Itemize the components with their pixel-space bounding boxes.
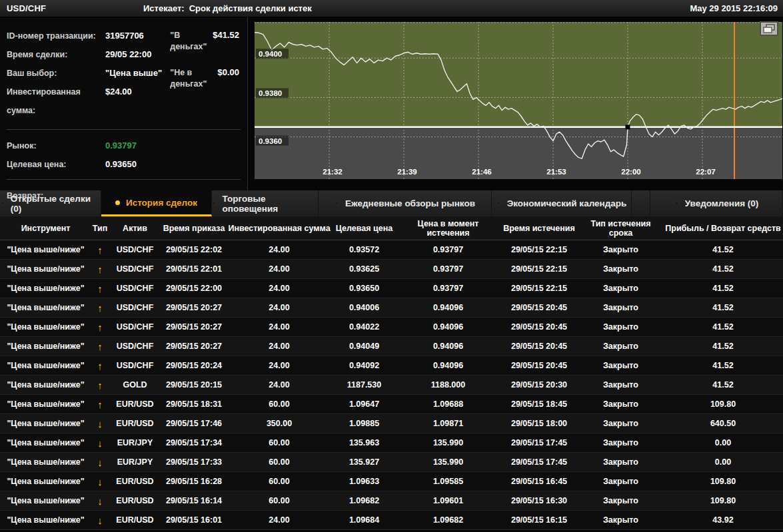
cell-profit-refund: 41.52 (663, 284, 783, 293)
cell-expiry-time: 29/05/15 16:30 (500, 496, 578, 505)
cell-asset: EUR/USD (109, 419, 161, 428)
cell-expiry-price: 1.09585 (396, 477, 500, 486)
y-axis-label: 0.9400 (259, 50, 282, 58)
up-arrow-icon: ↑ (91, 303, 109, 313)
table-row[interactable]: "Цена выше/ниже"↑USD/CHF29/05/15 22:0224… (0, 240, 783, 260)
cell-instrument: "Цена выше/ниже" (0, 419, 91, 428)
column-header-profit-refund: Прибыль / Возврат средств (663, 224, 783, 233)
cell-target-price: 0.94049 (332, 342, 396, 351)
table-row[interactable]: "Цена выше/ниже"↑USD/CHF29/05/15 20:2724… (0, 298, 783, 318)
cell-order-time: 29/05/15 18:31 (161, 399, 227, 409)
cell-expiry-type: Закрыто (578, 322, 663, 332)
trade-time-label: Время сделки: (7, 45, 105, 64)
table-row[interactable]: "Цена выше/ниже"↓EUR/USD29/05/15 16:2860… (0, 472, 783, 491)
cell-expiry-type: Закрыто (578, 303, 663, 312)
down-arrow-icon: ↓ (91, 419, 109, 429)
cell-expiry-type: Закрыто (578, 264, 663, 274)
tab-label: Экономический календарь (507, 198, 627, 208)
table-row[interactable]: "Цена выше/ниже"↓EUR/USD29/05/15 17:4635… (0, 414, 783, 433)
cell-expiry-price: 1.09871 (396, 419, 500, 428)
table-row[interactable]: "Цена выше/ниже"↓EUR/USD29/05/15 16:1460… (0, 491, 783, 511)
cell-expiry-price: 0.93797 (396, 284, 500, 293)
cell-invested-amount: 60.00 (227, 477, 332, 486)
cell-expiry-time: 29/05/15 20:45 (500, 303, 578, 312)
table-row[interactable]: "Цена выше/ниже"↑USD/CHF29/05/15 20:2724… (0, 318, 783, 337)
cell-order-time: 29/05/15 16:14 (161, 496, 227, 505)
in-money-value: $41.52 (213, 27, 239, 64)
tab-economic-calendar[interactable]: Экономический календарь (492, 190, 632, 216)
popout-button[interactable] (760, 21, 778, 36)
cell-order-time: 29/05/15 20:27 (161, 303, 227, 312)
cell-profit-refund: 41.52 (663, 245, 783, 254)
cell-instrument: "Цена выше/ниже" (0, 361, 91, 370)
cell-instrument: "Цена выше/ниже" (0, 322, 91, 332)
cell-expiry-type: Закрыто (578, 380, 663, 390)
cell-expiry-time: 29/05/15 16:15 (500, 515, 578, 525)
above-target-zone (255, 22, 782, 127)
cell-asset: EUR/USD (109, 477, 161, 486)
cell-invested-amount: 24.00 (227, 245, 332, 254)
cell-target-price: 1.09684 (332, 515, 396, 525)
table-row[interactable]: "Цена выше/ниже"↓EUR/USD29/05/15 16:0124… (0, 511, 783, 530)
expiry-status: Истекает:Срок действия сделки истек (143, 3, 317, 13)
cell-target-price: 1.09682 (332, 496, 396, 505)
cell-profit-refund: 0.00 (663, 457, 783, 467)
cell-expiry-price: 1188.000 (396, 380, 500, 390)
price-chart: 21:3221:3921:4621:5322:0022:070.94000.93… (255, 22, 782, 179)
cell-profit-refund: 640.50 (663, 419, 783, 428)
cell-order-time: 29/05/15 20:27 (161, 322, 227, 332)
your-choice-label: Ваш выбор: (7, 64, 105, 83)
cell-order-time: 29/05/15 20:27 (161, 342, 227, 351)
cell-profit-refund: 41.52 (663, 342, 783, 351)
cell-instrument: "Цена выше/ниже" (0, 264, 91, 274)
table-row[interactable]: "Цена выше/ниже"↑USD/CHF29/05/15 20:2724… (0, 337, 783, 356)
up-arrow-icon: ↑ (91, 380, 109, 390)
cell-target-price: 0.94006 (332, 303, 396, 312)
table-row[interactable]: "Цена выше/ниже"↑USD/CHF29/05/15 20:2424… (0, 356, 783, 376)
cell-asset: EUR/JPY (109, 438, 161, 447)
cell-order-time: 29/05/15 17:34 (161, 438, 227, 447)
tab-trade-alerts[interactable]: Торговые оповещения (212, 190, 319, 216)
up-arrow-icon: ↑ (91, 399, 109, 409)
down-arrow-icon: ↓ (91, 438, 109, 448)
table-row[interactable]: "Цена выше/ниже"↓EUR/JPY29/05/15 17:3360… (0, 453, 783, 472)
tab-daily-market-reviews[interactable]: Ежедневные обзоры рынков (319, 190, 492, 216)
cell-asset: USD/CHF (109, 342, 161, 351)
cell-expiry-type: Закрыто (578, 399, 663, 409)
tab-bullet-icon (335, 201, 339, 206)
cell-asset: USD/CHF (109, 245, 161, 254)
cell-expiry-type: Закрыто (578, 361, 663, 370)
cell-target-price: 1.09633 (332, 477, 396, 486)
down-arrow-icon: ↓ (91, 477, 109, 487)
x-axis-label: 22:07 (696, 168, 715, 176)
cell-expiry-time: 29/05/15 20:45 (500, 322, 578, 332)
trade-time-value: 29/05 22:00 (105, 45, 151, 64)
target-price-value: 0.93650 (105, 155, 137, 174)
table-row[interactable]: "Цена выше/ниже"↑EUR/USD29/05/15 18:3160… (0, 395, 783, 414)
tab-bullet-icon (496, 201, 501, 206)
cell-expiry-time: 29/05/15 22:15 (500, 284, 578, 293)
tab-trade-history[interactable]: История сделок (101, 190, 212, 216)
cell-target-price: 135.963 (332, 438, 396, 447)
table-row[interactable]: "Цена выше/ниже"↑USD/CHF29/05/15 22:0124… (0, 260, 783, 279)
cell-expiry-price: 0.93797 (396, 264, 500, 274)
tab-open-trades[interactable]: Открытые сделки (0) (0, 190, 101, 216)
cell-expiry-type: Закрыто (578, 457, 663, 467)
cell-expiry-time: 29/05/15 18:45 (500, 399, 578, 409)
cell-target-price: 0.94092 (332, 361, 396, 370)
divider (7, 179, 241, 180)
table-row[interactable]: "Цена выше/ниже"↑GOLD29/05/15 20:1524.00… (0, 376, 783, 395)
cell-expiry-price: 1.09601 (396, 496, 500, 505)
strike-marker (626, 125, 630, 129)
down-arrow-icon: ↓ (91, 457, 109, 467)
table-row[interactable]: "Цена выше/ниже"↓EUR/JPY29/05/15 17:3460… (0, 433, 783, 453)
trade-summary: ID-номер транзакции:31957706 Время сделк… (7, 27, 241, 120)
table-row[interactable]: "Цена выше/ниже"↑USD/CHF29/05/15 22:0024… (0, 279, 783, 298)
tab-notifications[interactable]: Уведомления (0) (650, 190, 783, 216)
column-header-instrument: Инструмент (0, 224, 91, 233)
cell-asset: USD/CHF (109, 303, 161, 312)
your-choice-value: "Цена выше" (105, 64, 162, 83)
cell-expiry-type: Закрыто (578, 438, 663, 447)
tab-label: История сделок (126, 198, 197, 208)
up-arrow-icon: ↑ (91, 284, 109, 294)
